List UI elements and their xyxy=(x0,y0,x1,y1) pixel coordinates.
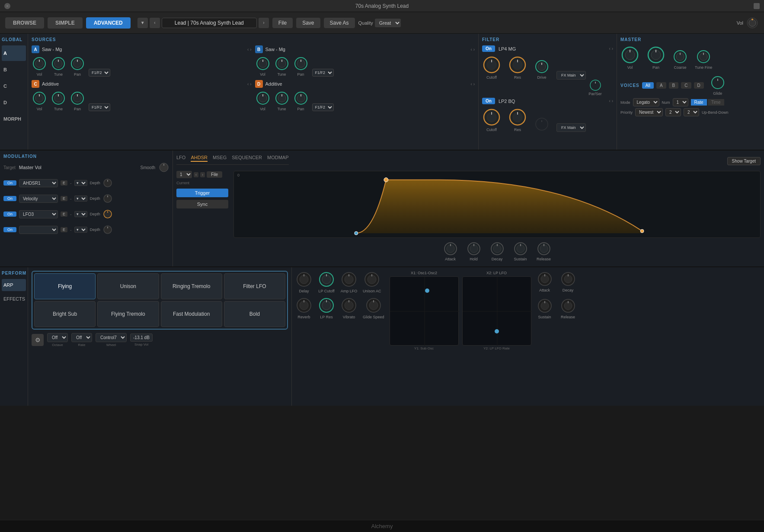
priority-select[interactable]: Newest xyxy=(635,108,663,116)
mod-3-on-btn[interactable]: On xyxy=(3,212,16,217)
voice-d-btn[interactable]: D xyxy=(694,82,704,89)
close-button[interactable]: × xyxy=(4,3,10,9)
master-vol-big-knob[interactable] xyxy=(620,45,639,64)
source-d-pan-knob[interactable] xyxy=(293,90,309,106)
global-row-d[interactable]: D xyxy=(2,95,26,110)
master-coarse-knob[interactable] xyxy=(672,49,688,64)
mod-4-on-btn[interactable]: On xyxy=(3,227,16,232)
mod-1-source-select[interactable]: AHDSR1 xyxy=(19,179,58,187)
file-button[interactable]: File xyxy=(272,18,293,28)
voice-all-btn[interactable]: All xyxy=(642,82,654,89)
lp-res-knob[interactable] xyxy=(318,297,335,314)
sustain-knob[interactable] xyxy=(513,241,528,256)
glide-speed-knob[interactable] xyxy=(365,297,382,314)
source-a-tune-knob[interactable] xyxy=(51,56,66,71)
mod-2-source-select[interactable]: Velocity xyxy=(19,195,58,203)
rate-select[interactable]: Off xyxy=(71,333,92,342)
hold-knob[interactable] xyxy=(467,241,481,256)
octave-select[interactable]: Off xyxy=(47,333,68,342)
save-as-button[interactable]: Save As xyxy=(324,18,355,28)
source-b-pan-knob[interactable] xyxy=(293,56,309,71)
mod-4-sub-select[interactable]: ▾ xyxy=(74,227,87,233)
browse-tab[interactable]: BROWSE xyxy=(5,17,44,29)
ahdsr-tab[interactable]: AHDSR xyxy=(191,154,208,162)
decay-knob[interactable] xyxy=(490,241,505,256)
sync-btn[interactable]: Sync xyxy=(176,200,228,208)
source-d-vol-knob[interactable] xyxy=(255,90,271,106)
show-target-btn[interactable]: Show Target xyxy=(727,157,761,165)
ahdsr-prev-btn[interactable]: ‹ xyxy=(194,172,198,177)
filter-1-fx-select[interactable]: FX Main xyxy=(556,71,586,80)
preset-name[interactable]: Lead | 70s Analog Synth Lead xyxy=(162,18,257,28)
master-vol-knob[interactable] xyxy=(746,16,759,29)
preset-next[interactable]: › xyxy=(259,18,269,28)
reverb-knob[interactable] xyxy=(295,297,313,314)
source-c-arrows[interactable]: ‹ › xyxy=(247,82,251,87)
mod-3-e-btn[interactable]: E xyxy=(61,212,67,217)
perf-decay-knob[interactable] xyxy=(560,271,576,287)
arp-nav-item[interactable]: ARP xyxy=(2,279,26,291)
global-row-a[interactable]: A xyxy=(2,45,26,61)
global-row-morph[interactable]: MORPH xyxy=(2,111,26,127)
vibrato-knob[interactable] xyxy=(340,297,358,314)
preset-fast-modulation[interactable]: Fast Modulation xyxy=(161,301,222,327)
perf-release-knob[interactable] xyxy=(560,298,576,314)
source-d-arrows[interactable]: ‹ › xyxy=(471,82,475,87)
preset-ringing-tremolo[interactable]: Ringing Tremolo xyxy=(161,273,222,299)
modmap-tab[interactable]: MODMAP xyxy=(267,154,289,162)
preset-filter-lfo[interactable]: Filter LFO xyxy=(224,273,285,299)
filter-2-on-btn[interactable]: On xyxy=(482,98,495,104)
sequencer-tab[interactable]: SEQUENCER xyxy=(232,154,262,162)
voice-b-btn[interactable]: B xyxy=(669,82,679,89)
source-d-f1f2-select[interactable]: F1/F2 xyxy=(312,103,334,111)
mseg-tab[interactable]: MSEG xyxy=(213,154,227,162)
bend-select-1[interactable]: 2 xyxy=(665,108,681,116)
rate-btn[interactable]: Rate xyxy=(691,99,707,106)
mod-1-e-btn[interactable]: E xyxy=(61,180,67,186)
filter-2-fx-select[interactable]: FX Main xyxy=(556,123,586,132)
effects-nav-item[interactable]: EFFECTS xyxy=(2,293,26,305)
mod-2-depth-knob[interactable] xyxy=(103,194,112,203)
glide-knob[interactable] xyxy=(710,75,726,90)
xy2-pad[interactable] xyxy=(462,276,531,346)
source-a-pan-knob[interactable] xyxy=(70,56,85,71)
master-tunefine-knob[interactable] xyxy=(696,49,711,64)
filter-2-cutoff-knob[interactable] xyxy=(482,108,501,127)
snap-vol-display[interactable]: -13.1 dB xyxy=(130,333,153,342)
lfo-tab[interactable]: LFO xyxy=(176,154,185,162)
mode-select[interactable]: Legato xyxy=(633,98,659,106)
perf-sustain-knob[interactable] xyxy=(537,298,553,314)
preset-bold[interactable]: Bold xyxy=(224,301,285,327)
source-c-f1f2-select[interactable]: F1/F2 xyxy=(89,103,110,111)
advanced-tab[interactable]: ADVANCED xyxy=(86,17,131,29)
mod-2-sub-select[interactable]: ▾ xyxy=(74,195,87,202)
source-c-vol-knob[interactable] xyxy=(32,90,47,106)
mod-4-e-btn[interactable]: E xyxy=(61,227,67,232)
release-knob[interactable] xyxy=(537,241,551,256)
filter-2-extra-knob[interactable] xyxy=(534,116,550,132)
mod-1-sub-select[interactable]: ▾ xyxy=(74,180,87,186)
xy1-pad[interactable] xyxy=(390,276,459,346)
trigger-btn[interactable]: Trigger xyxy=(176,189,228,197)
global-row-c[interactable]: C xyxy=(2,78,26,94)
resize-button[interactable] xyxy=(754,3,760,9)
mod-2-on-btn[interactable]: On xyxy=(3,196,16,201)
filter-1-arrows[interactable]: ‹ › xyxy=(609,46,613,51)
gear-button[interactable]: ⚙ xyxy=(32,334,44,346)
time-btn[interactable]: Time xyxy=(708,99,724,106)
mod-1-depth-knob[interactable] xyxy=(103,178,112,188)
ahdsr-num-select[interactable]: 1 xyxy=(176,171,192,178)
mod-3-depth-knob[interactable] xyxy=(103,209,112,219)
voice-a-btn[interactable]: A xyxy=(656,82,666,89)
smooth-knob[interactable] xyxy=(159,162,169,173)
preset-prev[interactable]: ‹ xyxy=(150,18,160,28)
mod-2-e-btn[interactable]: E xyxy=(61,196,67,201)
source-d-tune-knob[interactable] xyxy=(274,90,290,106)
filter-1-on-btn[interactable]: On xyxy=(482,45,495,52)
source-c-pan-knob[interactable] xyxy=(70,90,85,106)
source-a-vol-knob[interactable] xyxy=(32,56,47,71)
mod-4-depth-knob[interactable] xyxy=(103,225,112,234)
preset-bright-sub[interactable]: Bright Sub xyxy=(34,301,96,327)
par-ser-knob[interactable] xyxy=(589,79,602,92)
filter-1-drive-knob[interactable] xyxy=(534,59,550,74)
